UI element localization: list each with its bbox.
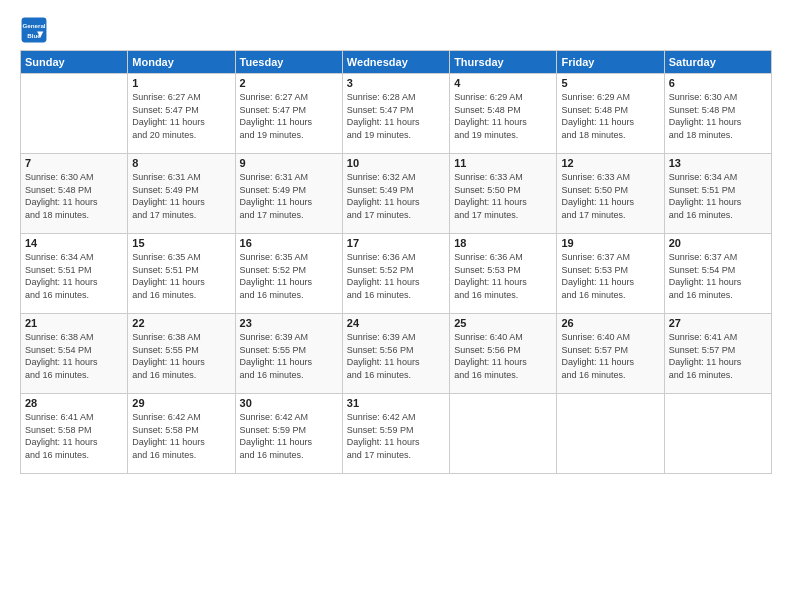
cell-detail: Sunrise: 6:36 AMSunset: 5:53 PMDaylight:… — [454, 251, 552, 301]
calendar-cell: 3Sunrise: 6:28 AMSunset: 5:47 PMDaylight… — [342, 74, 449, 154]
cell-detail: Sunrise: 6:41 AMSunset: 5:57 PMDaylight:… — [669, 331, 767, 381]
cell-detail: Sunrise: 6:33 AMSunset: 5:50 PMDaylight:… — [561, 171, 659, 221]
calendar-cell: 17Sunrise: 6:36 AMSunset: 5:52 PMDayligh… — [342, 234, 449, 314]
calendar-cell: 14Sunrise: 6:34 AMSunset: 5:51 PMDayligh… — [21, 234, 128, 314]
cell-detail: Sunrise: 6:42 AMSunset: 5:59 PMDaylight:… — [240, 411, 338, 461]
header-cell-monday: Monday — [128, 51, 235, 74]
cell-detail: Sunrise: 6:39 AMSunset: 5:56 PMDaylight:… — [347, 331, 445, 381]
calendar-week-5: 28Sunrise: 6:41 AMSunset: 5:58 PMDayligh… — [21, 394, 772, 474]
day-number: 23 — [240, 317, 338, 329]
header-cell-wednesday: Wednesday — [342, 51, 449, 74]
calendar-cell: 26Sunrise: 6:40 AMSunset: 5:57 PMDayligh… — [557, 314, 664, 394]
day-number: 3 — [347, 77, 445, 89]
calendar-cell: 23Sunrise: 6:39 AMSunset: 5:55 PMDayligh… — [235, 314, 342, 394]
day-number: 27 — [669, 317, 767, 329]
cell-detail: Sunrise: 6:29 AMSunset: 5:48 PMDaylight:… — [454, 91, 552, 141]
cell-detail: Sunrise: 6:30 AMSunset: 5:48 PMDaylight:… — [25, 171, 123, 221]
day-number: 12 — [561, 157, 659, 169]
cell-detail: Sunrise: 6:34 AMSunset: 5:51 PMDaylight:… — [669, 171, 767, 221]
calendar-cell: 28Sunrise: 6:41 AMSunset: 5:58 PMDayligh… — [21, 394, 128, 474]
cell-detail: Sunrise: 6:30 AMSunset: 5:48 PMDaylight:… — [669, 91, 767, 141]
calendar-cell: 10Sunrise: 6:32 AMSunset: 5:49 PMDayligh… — [342, 154, 449, 234]
header-cell-tuesday: Tuesday — [235, 51, 342, 74]
calendar-cell: 9Sunrise: 6:31 AMSunset: 5:49 PMDaylight… — [235, 154, 342, 234]
day-number: 6 — [669, 77, 767, 89]
cell-detail: Sunrise: 6:31 AMSunset: 5:49 PMDaylight:… — [132, 171, 230, 221]
cell-detail: Sunrise: 6:35 AMSunset: 5:52 PMDaylight:… — [240, 251, 338, 301]
day-number: 31 — [347, 397, 445, 409]
calendar-week-2: 7Sunrise: 6:30 AMSunset: 5:48 PMDaylight… — [21, 154, 772, 234]
calendar-cell: 19Sunrise: 6:37 AMSunset: 5:53 PMDayligh… — [557, 234, 664, 314]
calendar-cell: 2Sunrise: 6:27 AMSunset: 5:47 PMDaylight… — [235, 74, 342, 154]
day-number: 7 — [25, 157, 123, 169]
day-number: 25 — [454, 317, 552, 329]
calendar-body: 1Sunrise: 6:27 AMSunset: 5:47 PMDaylight… — [21, 74, 772, 474]
calendar-cell: 13Sunrise: 6:34 AMSunset: 5:51 PMDayligh… — [664, 154, 771, 234]
day-number: 1 — [132, 77, 230, 89]
calendar-cell: 18Sunrise: 6:36 AMSunset: 5:53 PMDayligh… — [450, 234, 557, 314]
day-number: 15 — [132, 237, 230, 249]
cell-detail: Sunrise: 6:38 AMSunset: 5:55 PMDaylight:… — [132, 331, 230, 381]
day-number: 18 — [454, 237, 552, 249]
calendar-page: General Blue SundayMondayTuesdayWednesda… — [0, 0, 792, 612]
cell-detail: Sunrise: 6:42 AMSunset: 5:59 PMDaylight:… — [347, 411, 445, 461]
day-number: 17 — [347, 237, 445, 249]
day-number: 10 — [347, 157, 445, 169]
day-number: 28 — [25, 397, 123, 409]
calendar-cell: 21Sunrise: 6:38 AMSunset: 5:54 PMDayligh… — [21, 314, 128, 394]
cell-detail: Sunrise: 6:40 AMSunset: 5:57 PMDaylight:… — [561, 331, 659, 381]
header-cell-sunday: Sunday — [21, 51, 128, 74]
logo: General Blue — [20, 16, 52, 44]
cell-detail: Sunrise: 6:32 AMSunset: 5:49 PMDaylight:… — [347, 171, 445, 221]
cell-detail: Sunrise: 6:33 AMSunset: 5:50 PMDaylight:… — [454, 171, 552, 221]
cell-detail: Sunrise: 6:38 AMSunset: 5:54 PMDaylight:… — [25, 331, 123, 381]
day-number: 19 — [561, 237, 659, 249]
calendar-cell: 25Sunrise: 6:40 AMSunset: 5:56 PMDayligh… — [450, 314, 557, 394]
day-number: 13 — [669, 157, 767, 169]
day-number: 5 — [561, 77, 659, 89]
day-number: 16 — [240, 237, 338, 249]
calendar-cell — [450, 394, 557, 474]
cell-detail: Sunrise: 6:27 AMSunset: 5:47 PMDaylight:… — [132, 91, 230, 141]
calendar-cell: 24Sunrise: 6:39 AMSunset: 5:56 PMDayligh… — [342, 314, 449, 394]
cell-detail: Sunrise: 6:34 AMSunset: 5:51 PMDaylight:… — [25, 251, 123, 301]
cell-detail: Sunrise: 6:40 AMSunset: 5:56 PMDaylight:… — [454, 331, 552, 381]
svg-text:General: General — [22, 22, 45, 29]
calendar-cell — [664, 394, 771, 474]
day-number: 14 — [25, 237, 123, 249]
calendar-cell: 22Sunrise: 6:38 AMSunset: 5:55 PMDayligh… — [128, 314, 235, 394]
svg-text:Blue: Blue — [27, 32, 41, 39]
cell-detail: Sunrise: 6:36 AMSunset: 5:52 PMDaylight:… — [347, 251, 445, 301]
calendar-table: SundayMondayTuesdayWednesdayThursdayFrid… — [20, 50, 772, 474]
day-number: 29 — [132, 397, 230, 409]
calendar-cell: 31Sunrise: 6:42 AMSunset: 5:59 PMDayligh… — [342, 394, 449, 474]
cell-detail: Sunrise: 6:31 AMSunset: 5:49 PMDaylight:… — [240, 171, 338, 221]
header-cell-saturday: Saturday — [664, 51, 771, 74]
cell-detail: Sunrise: 6:27 AMSunset: 5:47 PMDaylight:… — [240, 91, 338, 141]
calendar-week-4: 21Sunrise: 6:38 AMSunset: 5:54 PMDayligh… — [21, 314, 772, 394]
day-number: 21 — [25, 317, 123, 329]
calendar-cell: 12Sunrise: 6:33 AMSunset: 5:50 PMDayligh… — [557, 154, 664, 234]
day-number: 20 — [669, 237, 767, 249]
calendar-cell — [557, 394, 664, 474]
cell-detail: Sunrise: 6:37 AMSunset: 5:54 PMDaylight:… — [669, 251, 767, 301]
day-number: 11 — [454, 157, 552, 169]
calendar-cell — [21, 74, 128, 154]
day-number: 4 — [454, 77, 552, 89]
calendar-week-3: 14Sunrise: 6:34 AMSunset: 5:51 PMDayligh… — [21, 234, 772, 314]
cell-detail: Sunrise: 6:28 AMSunset: 5:47 PMDaylight:… — [347, 91, 445, 141]
cell-detail: Sunrise: 6:35 AMSunset: 5:51 PMDaylight:… — [132, 251, 230, 301]
cell-detail: Sunrise: 6:37 AMSunset: 5:53 PMDaylight:… — [561, 251, 659, 301]
calendar-week-1: 1Sunrise: 6:27 AMSunset: 5:47 PMDaylight… — [21, 74, 772, 154]
day-number: 24 — [347, 317, 445, 329]
header-cell-friday: Friday — [557, 51, 664, 74]
calendar-cell: 4Sunrise: 6:29 AMSunset: 5:48 PMDaylight… — [450, 74, 557, 154]
calendar-cell: 11Sunrise: 6:33 AMSunset: 5:50 PMDayligh… — [450, 154, 557, 234]
cell-detail: Sunrise: 6:29 AMSunset: 5:48 PMDaylight:… — [561, 91, 659, 141]
cell-detail: Sunrise: 6:39 AMSunset: 5:55 PMDaylight:… — [240, 331, 338, 381]
header-area: General Blue — [20, 16, 772, 44]
logo-icon: General Blue — [20, 16, 48, 44]
day-number: 2 — [240, 77, 338, 89]
day-number: 22 — [132, 317, 230, 329]
calendar-cell: 30Sunrise: 6:42 AMSunset: 5:59 PMDayligh… — [235, 394, 342, 474]
